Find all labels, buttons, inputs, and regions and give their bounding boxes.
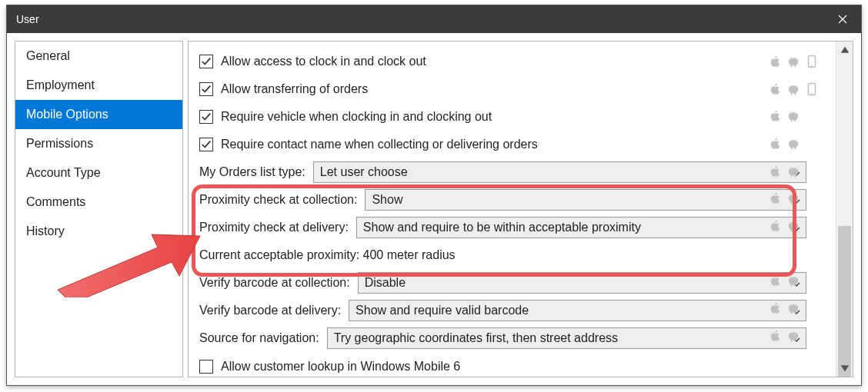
apple-icon bbox=[768, 55, 782, 68]
setting-label: Allow customer lookup in Windows Mobile … bbox=[221, 360, 460, 374]
mobile-icon bbox=[805, 82, 819, 96]
sidebar-item-employment[interactable]: Employment bbox=[15, 71, 182, 100]
setting-row: Require vehicle when clocking in and clo… bbox=[199, 103, 806, 131]
platform-row bbox=[768, 130, 828, 158]
android-icon bbox=[786, 274, 800, 287]
platform-row bbox=[768, 294, 828, 322]
svg-rect-1 bbox=[811, 65, 813, 66]
setting-label: Allow transferring of orders bbox=[221, 82, 368, 96]
platform-row bbox=[768, 184, 828, 212]
apple-icon bbox=[768, 164, 782, 178]
apple-icon bbox=[768, 191, 782, 205]
android-icon bbox=[786, 191, 800, 205]
setting-label: Source for navigation: bbox=[199, 331, 319, 345]
scroll-thumb[interactable] bbox=[838, 226, 851, 377]
platform-row bbox=[768, 158, 828, 185]
setting-row: Verify barcode at collection: Disable bbox=[199, 269, 806, 297]
close-button[interactable] bbox=[824, 5, 861, 33]
acceptable-proximity-text: Current acceptable proximity: 400 meter … bbox=[199, 248, 456, 262]
android-icon bbox=[786, 109, 800, 123]
scroll-up-arrow[interactable] bbox=[836, 42, 853, 58]
sidebar[interactable]: General Employment Mobile Options Permis… bbox=[15, 41, 183, 377]
android-icon bbox=[786, 164, 800, 178]
sidebar-item-account-type[interactable]: Account Type bbox=[15, 158, 182, 188]
select-proximity-collection[interactable]: Show bbox=[365, 189, 806, 211]
content-panel: Allow access to clock in and clock out A… bbox=[188, 41, 853, 377]
checkbox-transferring[interactable] bbox=[199, 82, 213, 96]
select-orders-list-type[interactable]: Let user choose bbox=[313, 161, 806, 183]
select-value: Show and require to be within acceptable… bbox=[363, 221, 641, 234]
window-body: General Employment Mobile Options Permis… bbox=[7, 33, 861, 385]
setting-label: Verify barcode at delivery: bbox=[199, 304, 341, 317]
apple-icon bbox=[768, 301, 782, 315]
setting-row: Require contact name when collecting or … bbox=[199, 131, 806, 158]
sidebar-item-history[interactable]: History bbox=[15, 217, 182, 246]
setting-label: Verify barcode at collection: bbox=[199, 276, 350, 290]
setting-row: Proximity check at collection: Show bbox=[199, 186, 806, 214]
platform-row bbox=[768, 212, 828, 240]
setting-label: Allow access to clock in and clock out bbox=[221, 55, 426, 68]
scrollbar[interactable] bbox=[836, 42, 853, 377]
platform-indicators bbox=[768, 48, 828, 377]
platform-row bbox=[768, 349, 828, 377]
setting-label: Proximity check at collection: bbox=[199, 193, 357, 207]
select-navigation-source[interactable]: Try geographic coordinates first, then s… bbox=[327, 327, 806, 349]
setting-row: Verify barcode at delivery: Show and req… bbox=[199, 297, 806, 324]
svg-rect-3 bbox=[811, 93, 813, 94]
setting-label: My Orders list type: bbox=[199, 165, 305, 179]
setting-row: Allow access to clock in and clock out bbox=[199, 48, 806, 75]
sidebar-item-permissions[interactable]: Permissions bbox=[15, 129, 182, 158]
select-value: Show bbox=[372, 193, 402, 207]
select-value: Show and require valid barcode bbox=[356, 304, 529, 317]
apple-icon bbox=[768, 137, 782, 151]
android-icon bbox=[786, 219, 800, 233]
android-icon bbox=[786, 82, 800, 96]
platform-row bbox=[768, 240, 828, 267]
mobile-icon bbox=[805, 55, 819, 68]
setting-label: Proximity check at delivery: bbox=[199, 221, 349, 234]
android-icon bbox=[786, 55, 800, 68]
setting-row: Proximity check at delivery: Show and re… bbox=[199, 214, 806, 241]
select-barcode-delivery[interactable]: Show and require valid barcode bbox=[349, 300, 806, 321]
setting-row: Current acceptable proximity: 400 meter … bbox=[199, 241, 806, 269]
checkbox-require-vehicle[interactable] bbox=[199, 110, 213, 124]
checkbox-customer-lookup[interactable] bbox=[199, 360, 213, 374]
svg-marker-5 bbox=[842, 366, 848, 370]
settings-list: Allow access to clock in and clock out A… bbox=[189, 42, 853, 377]
platform-row bbox=[768, 322, 828, 350]
android-icon bbox=[786, 137, 800, 151]
setting-label: Require vehicle when clocking in and clo… bbox=[221, 110, 492, 124]
checkbox-clock-access[interactable] bbox=[199, 55, 213, 68]
apple-icon bbox=[768, 109, 782, 123]
select-proximity-delivery[interactable]: Show and require to be within acceptable… bbox=[356, 217, 806, 238]
titlebar: User bbox=[7, 5, 861, 33]
platform-row bbox=[768, 75, 828, 103]
setting-label: Require contact name when collecting or … bbox=[221, 138, 538, 151]
svg-marker-4 bbox=[842, 48, 848, 52]
setting-row: My Orders list type: Let user choose bbox=[199, 158, 806, 186]
android-icon bbox=[786, 329, 800, 343]
select-value: Disable bbox=[365, 276, 406, 290]
sidebar-item-general[interactable]: General bbox=[15, 42, 182, 71]
platform-row bbox=[768, 102, 828, 130]
user-window: User General Employment Mobile Options P… bbox=[6, 5, 862, 386]
setting-row: Allow transferring of orders bbox=[199, 75, 806, 103]
select-value: Let user choose bbox=[320, 165, 408, 179]
platform-row bbox=[768, 267, 828, 294]
sidebar-item-comments[interactable]: Comments bbox=[15, 188, 182, 217]
scroll-down-arrow[interactable] bbox=[836, 360, 853, 377]
setting-row: Allow customer lookup in Windows Mobile … bbox=[199, 352, 806, 375]
apple-icon bbox=[768, 329, 782, 343]
checkbox-require-contact[interactable] bbox=[199, 138, 213, 151]
apple-icon bbox=[768, 82, 782, 96]
select-barcode-collection[interactable]: Disable bbox=[358, 272, 806, 294]
platform-row bbox=[768, 48, 828, 75]
sidebar-item-mobile-options[interactable]: Mobile Options bbox=[15, 100, 182, 129]
setting-row: Source for navigation: Try geographic co… bbox=[199, 324, 806, 352]
window-title: User bbox=[16, 13, 39, 25]
apple-icon bbox=[768, 219, 782, 233]
android-icon bbox=[786, 301, 800, 315]
select-value: Try geographic coordinates first, then s… bbox=[334, 331, 618, 345]
apple-icon bbox=[768, 274, 782, 287]
